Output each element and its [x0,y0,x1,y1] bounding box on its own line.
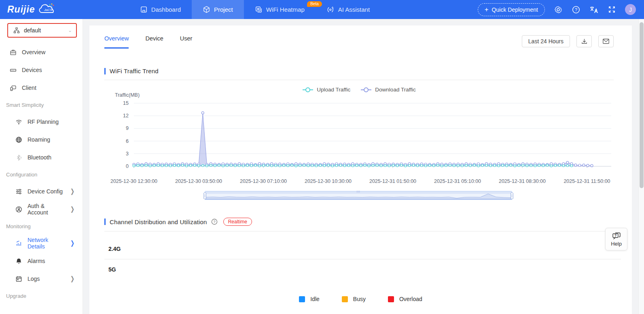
upload-legend-label: Upload Traffic [317,87,350,93]
band-label-24g: 2.4G [104,246,121,252]
realtime-badge: Realtime [223,218,252,226]
nav-right-actions: + Quick Deployment ? A J [478,3,636,16]
jacs-label: JaCS [44,8,52,12]
email-button[interactable] [598,35,614,47]
time-range-button[interactable]: Last 24 Hours [522,35,570,47]
sidebar-section-smart-simplicity: Smart Simplicity [0,97,83,113]
sidebar-menu: Overview Devices ClientSmart Simplicity … [0,43,83,304]
roaming-icon [15,136,22,143]
channel-legend-overload[interactable]: Overload [388,296,422,302]
x-axis-label: 2025-12-30 07:10:00 [240,178,287,184]
sidebar-item-auth-account[interactable]: Auth & Account❯ [0,200,83,218]
scrollbar-thumb[interactable] [640,22,644,188]
brand-text: Ruijie [7,4,35,15]
devices-icon [10,67,17,74]
download-legend-marker [361,89,371,90]
tab-device[interactable]: Device [145,35,163,49]
svg-text:3: 3 [126,151,129,157]
sidebar-item-label: Logs [28,276,40,282]
nav-item-label: Project [214,6,233,13]
tab-bar: OverviewDeviceUser [104,35,192,49]
user-avatar[interactable]: J [625,4,636,15]
svg-text:15: 15 [123,100,129,106]
chevron-right-icon: ❯ [70,275,74,282]
traffic-title-text: WiFi Traffic Trend [110,68,159,74]
tab-overview[interactable]: Overview [104,35,129,49]
sidebar-item-overview[interactable]: Overview [0,43,83,61]
nav-item-ai-assistant[interactable]: AI Assistant [316,0,381,19]
nav-item-label: Dashboard [151,6,181,13]
rf-icon [15,119,22,125]
card-header: OverviewDeviceUser Last 24 Hours [89,25,632,49]
tab-user[interactable]: User [180,35,193,49]
top-nav: Ruijie JaCS Dashboard Project WiFi Heatm… [0,0,644,19]
band-row-24g: 2.4G [104,239,614,259]
svg-text:0: 0 [126,163,129,169]
help-circle-icon[interactable]: ? [572,5,580,14]
svg-text:?: ? [614,233,616,238]
header-actions: Last 24 Hours [522,35,614,47]
title-accent-bar [104,219,106,225]
sidebar-item-label: Alarms [28,258,45,264]
sidebar-item-label: Devices [22,67,42,73]
channel-section-title: Channel Distribution and Utilization ? R… [104,218,614,226]
translate-icon[interactable]: A [589,5,598,14]
svg-text:9: 9 [126,125,129,131]
fullscreen-icon[interactable] [607,5,616,14]
sidebar-item-roaming[interactable]: Roaming [0,131,83,149]
network-selector-dropdown[interactable]: default ⌄ [7,23,77,38]
title-accent-bar [104,68,106,74]
channel-legend: Idle Busy Overload [89,296,632,302]
chevron-right-icon: ❯ [70,206,74,213]
channel-legend-idle[interactable]: Idle [299,296,320,302]
sidebar-item-client[interactable]: Client [0,79,83,97]
settings-gear-icon[interactable] [554,5,563,14]
sidebar-section-upgrade: Upgrade [0,288,83,304]
datazoom-sparkline [205,193,512,199]
page-content: OverviewDeviceUser Last 24 Hours WiFi Tr… [83,19,644,314]
chevron-right-icon: ❯ [70,188,74,195]
bluetooth-icon [15,154,22,161]
sidebar-item-rf-planning[interactable]: RF Planning [0,113,83,131]
help-label: Help [611,241,622,247]
sidebar-item-devices[interactable]: Devices [0,61,83,79]
legend-label: Idle [310,296,320,302]
datazoom-left-handle[interactable] [203,193,206,199]
nav-item-dashboard[interactable]: Dashboard [129,0,192,19]
download-icon [581,38,588,45]
traffic-chart: Upload Traffic Download Traffic 03691215… [104,87,614,200]
legend-label: Overload [399,296,422,302]
overview-icon [10,49,17,56]
legend-swatch [388,296,394,302]
sidebar-item-network-details[interactable]: Network Details❯ [0,234,83,252]
channel-legend-busy[interactable]: Busy [342,296,366,302]
x-axis-label: 2025-12-31 01:50:00 [369,178,416,184]
datazoom-right-handle[interactable] [511,193,513,199]
channel-help-icon[interactable]: ? [211,219,218,225]
sidebar-item-bluetooth[interactable]: Bluetooth [0,149,83,166]
logs-icon [15,276,22,282]
download-legend-label: Download Traffic [375,87,415,93]
sidebar-item-logs[interactable]: Logs❯ [0,270,83,288]
sidebar-item-device-config[interactable]: Device Config❯ [0,182,83,200]
vertical-scrollbar[interactable] [638,19,644,314]
nav-item-wifi-heatmap[interactable]: WiFi HeatmapBeta [244,0,316,19]
legend-download-traffic[interactable]: Download Traffic [361,87,415,93]
traffic-section-title: WiFi Traffic Trend [104,68,614,74]
legend-swatch [299,296,305,302]
legend-swatch [342,296,348,302]
config-icon [15,188,22,195]
sidebar-item-alarms[interactable]: Alarms [0,252,83,270]
legend-upload-traffic[interactable]: Upload Traffic [303,87,350,93]
x-axis-labels: 2025-12-30 12:30:002025-12-30 03:50:0020… [104,178,614,186]
x-axis-label: 2025-12-30 03:50:00 [175,178,222,184]
help-floating-button[interactable]: ? Help [605,228,627,250]
nav-item-project[interactable]: Project [192,0,244,19]
network-selector-value: default [24,27,64,34]
sidebar-section-configuration: Configuration [0,166,83,182]
datazoom-slider[interactable] [205,191,512,200]
svg-text:6: 6 [126,138,129,144]
quick-deployment-button[interactable]: + Quick Deployment [478,3,545,16]
channel-title-text: Channel Distribution and Utilization [110,219,207,225]
download-button[interactable] [576,35,592,47]
